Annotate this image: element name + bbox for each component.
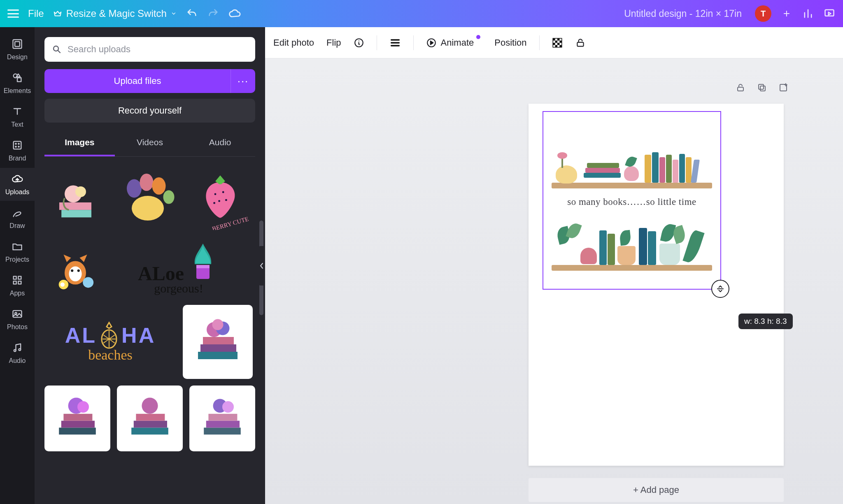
svg-rect-82 — [555, 40, 557, 42]
upload-thumb-books1[interactable] — [183, 305, 253, 379]
svg-point-8 — [15, 146, 16, 147]
svg-rect-1 — [13, 40, 22, 49]
thumb-art — [49, 390, 106, 447]
context-toolbar: Edit photo Flip Animate Position — [265, 27, 843, 58]
main-menu-button[interactable] — [7, 9, 19, 18]
present-button[interactable] — [823, 7, 836, 20]
edit-photo-button[interactable]: Edit photo — [273, 37, 314, 48]
svg-rect-41 — [196, 265, 210, 268]
record-yourself-button[interactable]: Record yourself — [44, 99, 255, 123]
photos-icon — [12, 308, 23, 320]
uploads-icon — [12, 173, 23, 185]
separator — [377, 35, 377, 50]
resize-handle-se[interactable] — [711, 280, 729, 298]
rail-projects[interactable]: Projects — [0, 235, 35, 268]
tab-videos[interactable]: Videos — [115, 132, 185, 156]
upload-thumb-daisy[interactable] — [117, 458, 183, 460]
upload-thumb-books2[interactable] — [44, 386, 110, 451]
position-button[interactable]: Position — [494, 37, 526, 48]
svg-rect-11 — [18, 276, 21, 279]
upload-files-button[interactable]: Upload files — [44, 69, 231, 93]
upload-thumb-books4[interactable] — [189, 386, 255, 451]
svg-point-53 — [77, 401, 89, 413]
insights-button[interactable] — [802, 7, 814, 20]
rail-photos[interactable]: Photos — [0, 303, 35, 336]
upload-thumb-fox[interactable] — [44, 237, 106, 298]
svg-rect-49 — [59, 427, 96, 434]
list-button[interactable] — [389, 37, 401, 49]
thumb-art — [47, 460, 108, 460]
rail-elements[interactable]: Elements — [0, 67, 35, 100]
thumb-art — [121, 390, 179, 447]
rail-draw[interactable]: Draw — [0, 202, 35, 235]
user-avatar[interactable]: T — [755, 5, 771, 22]
search-uploads[interactable] — [44, 37, 255, 62]
svg-rect-20 — [61, 210, 91, 217]
page-lock-button[interactable] — [734, 81, 747, 94]
svg-rect-80 — [553, 38, 555, 40]
duplicate-page-button[interactable] — [756, 81, 768, 94]
info-button[interactable] — [354, 37, 364, 48]
transparency-button[interactable] — [552, 37, 563, 48]
svg-rect-86 — [555, 45, 557, 47]
svg-rect-88 — [577, 42, 583, 46]
upload-thumb-flower-books[interactable] — [44, 164, 106, 230]
rail-label: Draw — [9, 222, 25, 230]
svg-point-17 — [19, 348, 21, 351]
tab-audio[interactable]: Audio — [185, 132, 255, 156]
flip-button[interactable]: Flip — [326, 37, 341, 48]
svg-rect-44 — [200, 344, 236, 352]
svg-point-62 — [222, 401, 234, 413]
upload-thumb-strawberry[interactable]: BERRY CUTE — [189, 164, 251, 230]
resize-magic-switch[interactable]: Resize & Magic Switch — [53, 8, 177, 19]
svg-point-57 — [142, 398, 158, 414]
svg-point-6 — [15, 143, 16, 144]
upload-tabs: Images Videos Audio — [44, 132, 255, 157]
rail-text[interactable]: Text — [0, 100, 35, 133]
hamburger-icon — [7, 9, 19, 18]
selected-element[interactable]: so many books……so little time — [543, 111, 721, 290]
redo-button[interactable] — [207, 7, 219, 20]
upload-thumb-bookshelf-small[interactable] — [189, 458, 255, 460]
rail-design[interactable]: Design — [0, 33, 35, 66]
elements-icon — [12, 72, 23, 84]
notification-dot — [476, 35, 480, 39]
svg-rect-90 — [760, 86, 765, 91]
svg-rect-5 — [14, 142, 21, 149]
lock-button[interactable] — [575, 37, 586, 48]
add-page-above-button[interactable] — [777, 81, 789, 94]
search-input[interactable] — [68, 44, 248, 55]
add-page-icon — [778, 83, 788, 93]
file-menu[interactable]: File — [28, 8, 44, 19]
upload-thumb-aloha[interactable]: AL HA beaches — [44, 305, 176, 379]
chevron-left-icon — [260, 262, 264, 269]
svg-rect-84 — [553, 43, 555, 45]
canvas-stage[interactable]: so many books……so little time — [265, 58, 843, 504]
animate-button[interactable]: Animate — [426, 37, 482, 48]
rail-label: Brand — [9, 155, 26, 162]
tab-images[interactable]: Images — [44, 132, 115, 156]
rail-label: Elements — [4, 87, 31, 95]
undo-button[interactable] — [186, 7, 198, 20]
upload-thumb-aloe[interactable]: ALoe gorgeous! — [113, 237, 245, 298]
upload-more-button[interactable]: ··· — [231, 69, 255, 93]
transparency-icon — [552, 37, 563, 48]
rail-brand[interactable]: Brand — [0, 134, 35, 167]
add-page-button[interactable]: + Add page — [529, 478, 784, 502]
document-title[interactable]: Untitled design - 12in × 17in — [624, 8, 742, 19]
thumb-art — [115, 166, 181, 228]
rail-uploads[interactable]: Uploads — [0, 168, 35, 201]
rail-audio[interactable]: Audio — [0, 337, 35, 369]
invite-button[interactable]: + — [780, 7, 793, 20]
rail-apps[interactable]: Apps — [0, 269, 35, 302]
upload-thumb-pawprint[interactable] — [113, 164, 183, 230]
upload-thumb-rainbow[interactable] — [44, 458, 110, 460]
svg-rect-4 — [17, 78, 21, 81]
upload-thumb-books3[interactable] — [117, 386, 183, 451]
separator — [413, 35, 414, 50]
separator — [539, 35, 540, 50]
collapse-panel-button[interactable] — [258, 246, 265, 286]
cloud-sync-button[interactable] — [228, 7, 241, 20]
side-rail: Design Elements Text Brand Uploads Draw … — [0, 27, 35, 504]
design-page[interactable]: so many books……so little time — [529, 104, 784, 466]
